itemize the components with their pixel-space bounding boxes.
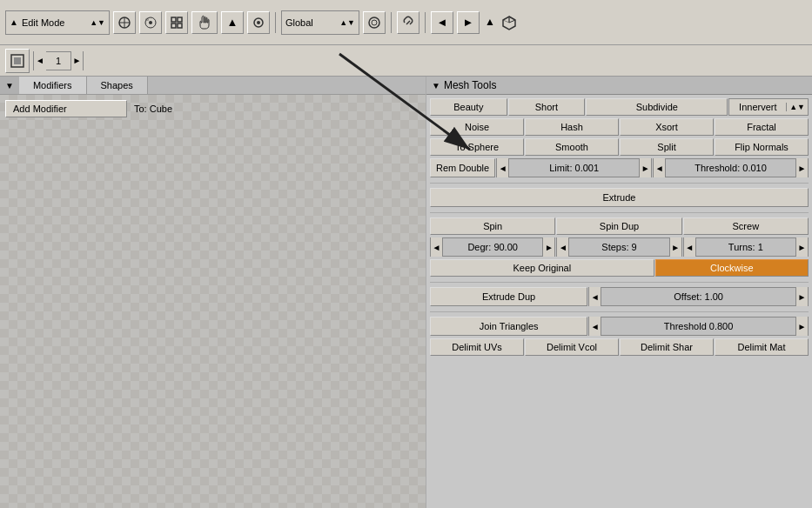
mode-selector[interactable]: ▲ Edit Mode ▲▼ (5, 10, 110, 35)
join-triangles-row: Join Triangles ◄ Threshold 0.800 ► (430, 317, 809, 336)
svg-text:⊙: ⊙ (145, 17, 149, 22)
to-sphere-btn[interactable]: To Sphere (430, 138, 524, 156)
keep-original-row: Keep Original Clockwise (430, 259, 809, 277)
delimit-mat-btn[interactable]: Delimit Mat (715, 338, 809, 356)
degr-row: ◄ Degr: 90.00 ► ◄ Steps: 9 ► ◄ Turns: 1 … (430, 237, 809, 257)
svg-marker-15 (509, 17, 515, 23)
extrude-dup-btn[interactable]: Extrude Dup (430, 287, 587, 306)
limit-field[interactable]: ◄ Limit: 0.001 ► (496, 158, 652, 177)
left-panel-body: Add Modifier To: Cube (0, 95, 426, 508)
xsort-btn[interactable]: Xsort (620, 118, 714, 136)
svg-rect-18 (14, 57, 21, 64)
degr-prev-btn[interactable]: ◄ (431, 237, 443, 257)
frame-input[interactable]: ◄ 1 ► (33, 51, 84, 70)
mode-dropdown-icon: ▲▼ (90, 18, 105, 27)
secondary-toolbar: ◄ 1 ► (0, 45, 812, 77)
subdivide-btn[interactable]: Subdivide (586, 98, 728, 116)
orientation-icon-btn[interactable] (363, 11, 386, 34)
short-btn[interactable]: Short (508, 98, 586, 116)
threshold-next-btn[interactable]: ► (795, 158, 808, 177)
tab-shapes[interactable]: Shapes (87, 77, 148, 94)
tool-row-1: Beauty Short Subdivide Innervert ▲▼ (430, 98, 809, 116)
innervert-btn[interactable]: Innervert (729, 99, 786, 115)
mode-icon: ▲ (10, 17, 18, 27)
hand-icon-btn[interactable] (191, 11, 218, 34)
turns-field[interactable]: ◄ Turns: 1 ► (683, 237, 809, 257)
steps-field[interactable]: ◄ Steps: 9 ► (556, 237, 681, 257)
threshold-bottom-next-btn[interactable]: ► (795, 317, 808, 336)
degr-next-btn[interactable]: ► (542, 237, 554, 257)
divider2 (430, 212, 809, 213)
spin-btn[interactable]: Spin (430, 217, 555, 235)
global-dropdown-icon: ▲▼ (339, 18, 355, 27)
to-cube-label: To: Cube (134, 104, 172, 114)
main-content: ▼ Modifiers Shapes Add Modifier To: Cube… (0, 77, 812, 508)
right-panel: ▼ Mesh Tools Beauty Short Subdivide Inne… (426, 77, 812, 508)
steps-prev-btn[interactable]: ◄ (557, 237, 569, 257)
turns-next-btn[interactable]: ► (795, 237, 808, 257)
divider1 (430, 183, 809, 184)
cube-icon (501, 16, 517, 28)
vertex-icon-btn[interactable]: ▲ (221, 11, 244, 34)
keep-original-btn[interactable]: Keep Original (430, 259, 654, 277)
svg-point-3 (149, 21, 152, 24)
innervert-dropdown[interactable]: ▲▼ (786, 103, 808, 111)
left-panel: ▼ Modifiers Shapes Add Modifier To: Cube (0, 77, 426, 508)
delimit-row: Delimit UVs Delimit Vcol Delimit Shar De… (430, 338, 809, 356)
steps-next-btn[interactable]: ► (669, 237, 681, 257)
link-icon-btn[interactable] (397, 11, 419, 34)
scene-icon-btn[interactable] (5, 49, 30, 73)
extrude-btn[interactable]: Extrude (430, 188, 809, 207)
toolbar-icons-right: ▲ (485, 15, 517, 30)
turns-prev-btn[interactable]: ◄ (684, 237, 696, 257)
next-icon-btn[interactable]: ► (457, 11, 480, 34)
global-selector[interactable]: Global ▲▼ (281, 10, 359, 35)
flip-normals-btn[interactable]: Flip Normals (715, 138, 809, 156)
beauty-btn[interactable]: Beauty (430, 98, 507, 116)
delimit-shar-btn[interactable]: Delimit Shar (620, 338, 714, 356)
mesh-icon-btn[interactable] (113, 11, 136, 34)
delimit-uvs-btn[interactable]: Delimit UVs (430, 338, 524, 356)
spin-dup-btn[interactable]: Spin Dup (556, 217, 681, 235)
degr-value: Degr: 90.00 (443, 242, 542, 252)
threshold-prev-btn[interactable]: ◄ (654, 158, 666, 177)
add-modifier-btn[interactable]: Add Modifier (5, 100, 127, 117)
noise-btn[interactable]: Noise (430, 118, 524, 136)
svg-rect-9 (178, 23, 182, 28)
separator1 (275, 12, 276, 33)
fractal-btn[interactable]: Fractal (715, 118, 809, 136)
circle-icon-btn[interactable] (247, 11, 270, 34)
clockwise-btn[interactable]: Clockwise (655, 259, 809, 277)
screw-btn[interactable]: Screw (683, 217, 809, 235)
hash-btn[interactable]: Hash (525, 118, 619, 136)
rem-double-btn[interactable]: Rem Double (430, 158, 495, 177)
mesh-tools-title: Mesh Tools (444, 79, 496, 91)
delimit-vcol-btn[interactable]: Delimit Vcol (525, 338, 619, 356)
svg-rect-7 (178, 17, 182, 22)
limit-next-btn[interactable]: ► (639, 158, 651, 177)
frame-prev-btn[interactable]: ◄ (34, 51, 46, 70)
tab-modifiers[interactable]: Modifiers (19, 77, 87, 94)
split-btn[interactable]: Split (620, 138, 714, 156)
frame-next-btn[interactable]: ► (70, 51, 83, 70)
smooth-btn[interactable]: Smooth (525, 138, 619, 156)
limit-value: Limit: 0.001 (509, 163, 639, 173)
divider4 (430, 311, 809, 312)
svg-point-11 (257, 21, 260, 24)
offset-next-btn[interactable]: ► (795, 287, 808, 306)
offset-field[interactable]: ◄ Offset: 1.00 ► (588, 287, 809, 306)
left-panel-triangle: ▼ (5, 81, 14, 90)
snap-icon-btn[interactable] (165, 11, 188, 34)
join-triangles-btn[interactable]: Join Triangles (430, 317, 587, 336)
limit-prev-btn[interactable]: ◄ (497, 158, 509, 177)
prev-icon-btn[interactable]: ◄ (431, 11, 453, 34)
threshold-bottom-prev-btn[interactable]: ◄ (589, 317, 601, 336)
degr-field[interactable]: ◄ Degr: 90.00 ► (430, 237, 555, 257)
frame-value: 1 (46, 56, 70, 66)
divider3 (430, 282, 809, 283)
pivot-icon-btn[interactable]: ⊙ (139, 11, 162, 34)
threshold-bottom-field[interactable]: ◄ Threshold 0.800 ► (588, 317, 809, 336)
main-toolbar: ▲ Edit Mode ▲▼ ⊙ ▲ Global ▲▼ (0, 0, 812, 45)
offset-prev-btn[interactable]: ◄ (589, 287, 601, 306)
threshold-field[interactable]: ◄ Threshold: 0.010 ► (653, 158, 809, 177)
